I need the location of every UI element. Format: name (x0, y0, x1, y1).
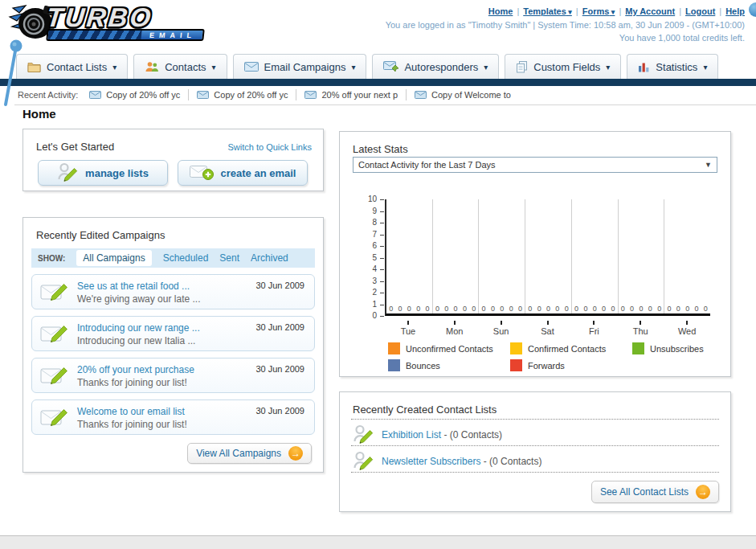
campaign-title-link[interactable]: See us at the retail food ... (77, 281, 190, 292)
tab-contacts[interactable]: Contacts▾ (133, 54, 227, 79)
recent-activity-item[interactable]: Copy of Welcome to (415, 90, 511, 100)
campaign-row[interactable]: See us at the retail food ...We're givin… (31, 274, 315, 309)
x-axis-day-label: Wed (664, 326, 710, 336)
campaign-date: 30 Jun 2009 (255, 406, 304, 416)
top-link-logout[interactable]: Logout (685, 6, 715, 16)
divider (188, 89, 189, 100)
tab-custom-fields[interactable]: Custom Fields▾ (505, 54, 621, 79)
contact-list-row[interactable]: Exhibition List - (0 Contacts) (353, 423, 502, 447)
recent-campaigns-panel: Recently Edited Campaigns SHOW: All Camp… (22, 217, 324, 473)
dark-divider-bar (0, 79, 756, 86)
separator: | (715, 6, 725, 16)
view-all-campaigns-button[interactable]: View All Campaigns → (187, 443, 312, 464)
envelope-pencil-icon (40, 406, 69, 430)
recent-activity-item[interactable]: Copy of 20% off yc (197, 90, 288, 100)
header-right: Home|Templates ▾|Forms ▾|My Account|Logo… (386, 4, 745, 44)
envelope-pencil-icon (40, 281, 69, 305)
envelope-pencil-icon (40, 322, 69, 346)
y-axis-tick (380, 235, 384, 236)
get-started-title: Let's Get Started (36, 141, 114, 153)
stats-period-select[interactable]: Contact Activity for the Last 7 Days ▼ (353, 157, 717, 173)
contact-list-count: - (0 Contacts) (441, 429, 502, 440)
x-axis-day-label: Sat (525, 326, 571, 336)
recent-activity-item[interactable]: Copy of 20% off yc (89, 90, 180, 100)
x-axis-day-label: Fri (570, 326, 617, 336)
envelope-plus-icon (190, 164, 214, 182)
x-axis-day: Mon (431, 321, 478, 336)
campaign-row[interactable]: Welcome to our email listThanks for join… (31, 399, 315, 435)
contact-list-link[interactable]: Newsletter Subscribers (382, 456, 480, 467)
campaign-text: See us at the retail food ...We're givin… (77, 279, 200, 305)
chevron-down-icon: ▾ (484, 63, 488, 72)
y-axis-tick-label: 4 (356, 264, 377, 273)
credits-info: You have 1,000 total credits left. (386, 32, 745, 44)
manage-lists-button[interactable]: manage lists (38, 160, 168, 186)
campaign-title-link[interactable]: Introducing our new range ... (77, 322, 200, 334)
y-axis-tick (380, 258, 384, 259)
campaign-date: 30 Jun 2009 (255, 364, 304, 374)
y-axis-tick-label: 9 (356, 207, 377, 215)
top-link-help[interactable]: Help (725, 6, 745, 16)
contact-list-row[interactable]: Newsletter Subscribers - (0 Contacts) (353, 449, 541, 473)
y-axis-tick-label: 2 (356, 288, 377, 297)
x-axis-tick (454, 321, 456, 325)
campaign-text: Welcome to our email listThanks for join… (77, 404, 187, 431)
divider (351, 472, 719, 473)
bar-value-labels: 00000 (619, 305, 664, 313)
envelope-pencil-icon (40, 364, 69, 388)
x-axis-tick (640, 321, 641, 325)
chevron-down-icon: ▾ (606, 63, 610, 72)
tab-autoresponders[interactable]: Autoresponders▾ (372, 54, 499, 79)
chevron-down-icon: ▼ (705, 161, 712, 169)
arrow-circle-icon: → (288, 446, 303, 461)
tab-email-campaigns[interactable]: Email Campaigns▾ (233, 54, 367, 79)
filter-archived[interactable]: Archived (251, 252, 288, 264)
x-axis-day: Tue (385, 321, 431, 336)
separator: | (513, 6, 523, 16)
separator: | (572, 6, 582, 16)
legend-swatch (388, 342, 400, 354)
small-envelope-icon (304, 91, 317, 99)
tab-statistics[interactable]: Statistics▾ (627, 54, 718, 79)
tab-contact-lists[interactable]: Contact Lists▾ (16, 54, 128, 79)
chart-day-group: 00000 (432, 199, 479, 313)
campaign-row[interactable]: Introducing our new range ...Introducing… (31, 316, 315, 351)
recent-activity-items: Copy of 20% off ycCopy of 20% off yc20% … (89, 89, 511, 100)
recent-activity-item[interactable]: 20% off your next p (304, 90, 398, 100)
chevron-down-icon: ▾ (351, 63, 355, 72)
top-link-forms[interactable]: Forms ▾ (582, 6, 615, 16)
top-link-home[interactable]: Home (488, 6, 513, 16)
y-axis-tick (380, 211, 384, 212)
tab-label: Statistics (656, 61, 697, 73)
chart-legend: Unconfirmed ContactsConfirmed ContactsUn… (388, 342, 754, 371)
y-axis-tick (380, 305, 384, 305)
legend-item: Confirmed Contacts (510, 342, 632, 354)
divider (406, 89, 407, 100)
top-link-my-account[interactable]: My Account (625, 6, 675, 16)
filter-scheduled[interactable]: Scheduled (163, 252, 209, 264)
tab-label: Contacts (165, 61, 206, 73)
y-axis-tick-label: 7 (356, 230, 377, 239)
campaign-title-link[interactable]: Welcome to our email list (77, 406, 185, 417)
legend-item: Unconfirmed Contacts (388, 342, 510, 354)
filter-sent[interactable]: Sent (219, 252, 239, 264)
y-axis-tick (380, 199, 384, 200)
switch-to-quick-links[interactable]: Switch to Quick Links (227, 142, 312, 152)
campaign-row[interactable]: 20% off your next purchaseThanks for joi… (31, 358, 315, 393)
campaign-title-link[interactable]: 20% off your next purchase (77, 364, 194, 375)
small-envelope-icon (89, 91, 101, 99)
see-all-contact-lists-button[interactable]: See All Contact Lists → (591, 481, 719, 503)
brand-subtitle: EMAIL (141, 31, 202, 39)
x-axis-tick (686, 321, 688, 325)
filter-all-campaigns[interactable]: All Campaigns (76, 250, 151, 266)
contact-list-link[interactable]: Exhibition List (382, 429, 441, 440)
page-title: Home (22, 107, 56, 121)
tab-label: Contact Lists (47, 61, 107, 73)
create-an-email-button[interactable]: create an email (178, 160, 308, 186)
recent-activity-label: Recent Activity: (18, 90, 78, 100)
stripes-decoration (47, 31, 141, 39)
arrow-circle-icon: → (696, 485, 710, 499)
x-axis-day: Fri (570, 321, 617, 336)
envelope-icon (244, 62, 259, 72)
top-link-templates[interactable]: Templates ▾ (523, 6, 572, 16)
